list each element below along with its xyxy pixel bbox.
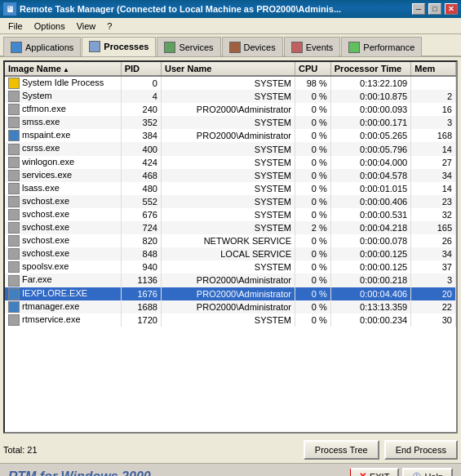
tab-performance[interactable]: Performance bbox=[341, 37, 422, 56]
help-label: Help bbox=[424, 472, 443, 477]
tab-processes-label: Processes bbox=[104, 42, 148, 51]
process-icon bbox=[8, 301, 20, 313]
bottom-bar: Total: 21 Process Tree End Process bbox=[0, 437, 461, 463]
table-row[interactable]: rtmservice.exe1720SYSTEM0 %0:00:00.23430 bbox=[5, 314, 456, 327]
table-scroll[interactable]: Image Name PID User Name CPU Processor T… bbox=[5, 62, 456, 432]
table-row[interactable]: services.exe468SYSTEM0 %0:00:04.57834 bbox=[5, 169, 456, 182]
brand-text: RTM for Windows 2000 bbox=[8, 469, 151, 477]
tab-performance-label: Performance bbox=[363, 42, 414, 52]
process-icon bbox=[8, 91, 20, 102]
table-row[interactable]: lsass.exe480SYSTEM0 %0:00:01.01514 bbox=[5, 182, 456, 195]
table-row[interactable]: spoolsv.exe940SYSTEM0 %0:00:00.12537 bbox=[5, 260, 456, 274]
devices-icon bbox=[229, 42, 241, 53]
col-header-mem[interactable]: Mem bbox=[411, 62, 456, 76]
process-icon bbox=[8, 117, 20, 128]
close-button[interactable]: ✕ bbox=[445, 3, 458, 15]
menu-bar: File Options View ? bbox=[0, 18, 461, 34]
title-bar: 🖥 Remote Task Manager (Connected to Loca… bbox=[0, 0, 461, 18]
process-icon bbox=[8, 78, 20, 89]
tab-services-label: Services bbox=[179, 42, 213, 52]
tab-devices[interactable]: Devices bbox=[222, 37, 283, 56]
table-row[interactable]: winlogon.exe424SYSTEM0 %0:00:04.00027 bbox=[5, 156, 456, 169]
services-icon bbox=[164, 42, 175, 53]
process-icon bbox=[8, 275, 20, 287]
table-row[interactable]: IEXPLORE.EXE1676PRO2000\Administrator0 %… bbox=[5, 287, 456, 300]
app-icon: 🖥 bbox=[3, 2, 16, 16]
process-icon bbox=[8, 157, 20, 168]
help-button[interactable]: 🛈 Help bbox=[402, 468, 453, 477]
window-title: Remote Task Manager (Connected to Local … bbox=[20, 4, 409, 14]
process-icon bbox=[8, 170, 20, 181]
process-icon bbox=[8, 144, 20, 155]
table-row[interactable]: svchost.exe676SYSTEM0 %0:00:00.53132 bbox=[5, 208, 456, 221]
end-process-button[interactable]: End Process bbox=[384, 440, 458, 460]
tab-devices-label: Devices bbox=[244, 42, 276, 52]
tab-bar: Applications Processes Services Devices … bbox=[0, 34, 461, 57]
total-label: Total: 21 bbox=[3, 445, 299, 455]
process-icon bbox=[8, 104, 20, 115]
minimize-button[interactable]: ─ bbox=[412, 3, 425, 15]
footer-buttons: ✕ EXIT 🛈 Help bbox=[350, 468, 453, 477]
col-header-image[interactable]: Image Name bbox=[5, 62, 121, 76]
col-header-user[interactable]: User Name bbox=[161, 62, 295, 76]
process-icon bbox=[8, 130, 20, 141]
process-table: Image Name PID User Name CPU Processor T… bbox=[5, 62, 456, 327]
table-row[interactable]: csrss.exe400SYSTEM0 %0:00:05.79614 bbox=[5, 142, 456, 155]
table-row[interactable]: svchost.exe724SYSTEM2 %0:00:04.218165 bbox=[5, 221, 456, 234]
events-icon bbox=[291, 42, 303, 53]
process-icon bbox=[8, 235, 20, 247]
menu-file[interactable]: File bbox=[3, 20, 28, 33]
processes-icon bbox=[89, 41, 100, 52]
table-row[interactable]: System4SYSTEM0 %0:00:10.8752 bbox=[5, 90, 456, 103]
maximize-button[interactable]: □ bbox=[428, 3, 441, 15]
col-header-proctime[interactable]: Processor Time bbox=[330, 62, 410, 76]
process-icon bbox=[8, 222, 20, 234]
tab-processes[interactable]: Processes bbox=[82, 37, 156, 56]
table-row[interactable]: svchost.exe848LOCAL SERVICE0 %0:00:00.12… bbox=[5, 247, 456, 260]
table-row[interactable]: rtmanager.exe1688PRO2000\Administrator0 … bbox=[5, 300, 456, 314]
process-icon bbox=[8, 248, 20, 260]
menu-help[interactable]: ? bbox=[102, 20, 117, 33]
tab-applications[interactable]: Applications bbox=[3, 37, 81, 56]
col-header-cpu[interactable]: CPU bbox=[295, 62, 331, 76]
main-content: Image Name PID User Name CPU Processor T… bbox=[0, 57, 461, 437]
performance-icon bbox=[348, 42, 360, 53]
table-row[interactable]: svchost.exe820NETWORK SERVICE0 %0:00:00.… bbox=[5, 234, 456, 247]
help-icon: 🛈 bbox=[412, 472, 421, 477]
menu-view[interactable]: View bbox=[72, 20, 101, 33]
table-row[interactable]: smss.exe352SYSTEM0 %0:00:00.1713 bbox=[5, 116, 456, 129]
process-icon bbox=[8, 196, 20, 207]
process-icon bbox=[8, 314, 20, 326]
menu-options[interactable]: Options bbox=[29, 20, 70, 33]
tab-events-label: Events bbox=[306, 42, 334, 52]
process-icon bbox=[8, 183, 20, 194]
process-icon bbox=[8, 261, 20, 273]
table-row[interactable]: ctfmon.exe240PRO2000\Administrator0 %0:0… bbox=[5, 103, 456, 116]
table-row[interactable]: Far.exe1136PRO2000\Administrator0 %0:00:… bbox=[5, 274, 456, 287]
tab-services[interactable]: Services bbox=[157, 37, 220, 56]
table-row[interactable]: mspaint.exe384PRO2000\Administrator0 %0:… bbox=[5, 129, 456, 142]
applications-icon bbox=[11, 42, 22, 53]
process-table-container: Image Name PID User Name CPU Processor T… bbox=[3, 60, 458, 434]
exit-label: EXIT bbox=[370, 472, 389, 477]
exit-button[interactable]: ✕ EXIT bbox=[350, 468, 399, 477]
table-row[interactable]: svchost.exe552SYSTEM0 %0:00:00.40623 bbox=[5, 195, 456, 208]
col-header-pid[interactable]: PID bbox=[121, 62, 161, 76]
footer-brand: RTM for Windows 2000 ✕ EXIT 🛈 Help bbox=[0, 463, 461, 476]
process-tree-button[interactable]: Process Tree bbox=[304, 440, 379, 460]
process-icon bbox=[8, 209, 20, 220]
process-icon bbox=[8, 288, 20, 300]
tab-applications-label: Applications bbox=[25, 42, 73, 52]
exit-x-icon: ✕ bbox=[359, 471, 366, 476]
process-tbody: System Idle Process0SYSTEM98 %0:13:22.10… bbox=[5, 76, 456, 327]
tab-events[interactable]: Events bbox=[284, 37, 341, 56]
table-row[interactable]: System Idle Process0SYSTEM98 %0:13:22.10… bbox=[5, 76, 456, 90]
